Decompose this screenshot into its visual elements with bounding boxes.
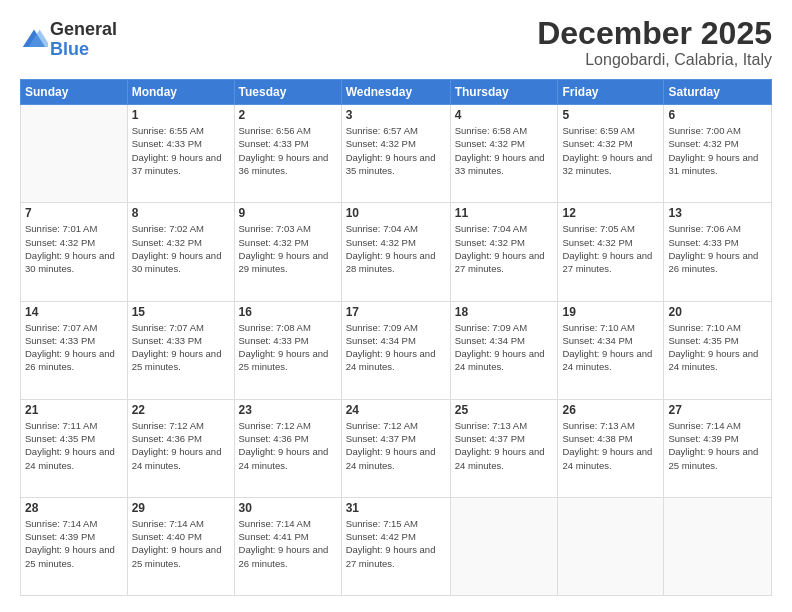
calendar-cell: 23Sunrise: 7:12 AMSunset: 4:36 PMDayligh…: [234, 399, 341, 497]
calendar-cell: 13Sunrise: 7:06 AMSunset: 4:33 PMDayligh…: [664, 203, 772, 301]
calendar-cell: 7Sunrise: 7:01 AMSunset: 4:32 PMDaylight…: [21, 203, 128, 301]
logo-blue-text: Blue: [50, 40, 117, 60]
header: General Blue December 2025 Longobardi, C…: [20, 16, 772, 69]
calendar-cell: 12Sunrise: 7:05 AMSunset: 4:32 PMDayligh…: [558, 203, 664, 301]
day-info: Sunrise: 7:14 AMSunset: 4:39 PMDaylight:…: [668, 419, 767, 472]
day-number: 25: [455, 403, 554, 417]
day-number: 28: [25, 501, 123, 515]
calendar-cell: 5Sunrise: 6:59 AMSunset: 4:32 PMDaylight…: [558, 105, 664, 203]
day-info: Sunrise: 7:14 AMSunset: 4:39 PMDaylight:…: [25, 517, 123, 570]
day-info: Sunrise: 7:11 AMSunset: 4:35 PMDaylight:…: [25, 419, 123, 472]
day-info: Sunrise: 7:13 AMSunset: 4:37 PMDaylight:…: [455, 419, 554, 472]
day-info: Sunrise: 7:12 AMSunset: 4:36 PMDaylight:…: [239, 419, 337, 472]
week-row-2: 7Sunrise: 7:01 AMSunset: 4:32 PMDaylight…: [21, 203, 772, 301]
day-number: 30: [239, 501, 337, 515]
day-info: Sunrise: 7:09 AMSunset: 4:34 PMDaylight:…: [455, 321, 554, 374]
calendar-cell: 1Sunrise: 6:55 AMSunset: 4:33 PMDaylight…: [127, 105, 234, 203]
calendar-cell: 15Sunrise: 7:07 AMSunset: 4:33 PMDayligh…: [127, 301, 234, 399]
day-number: 31: [346, 501, 446, 515]
calendar-cell: 3Sunrise: 6:57 AMSunset: 4:32 PMDaylight…: [341, 105, 450, 203]
day-number: 6: [668, 108, 767, 122]
day-info: Sunrise: 7:09 AMSunset: 4:34 PMDaylight:…: [346, 321, 446, 374]
calendar-cell: 20Sunrise: 7:10 AMSunset: 4:35 PMDayligh…: [664, 301, 772, 399]
week-row-5: 28Sunrise: 7:14 AMSunset: 4:39 PMDayligh…: [21, 497, 772, 595]
calendar-cell: 21Sunrise: 7:11 AMSunset: 4:35 PMDayligh…: [21, 399, 128, 497]
calendar-cell: [664, 497, 772, 595]
day-number: 29: [132, 501, 230, 515]
calendar-cell: 10Sunrise: 7:04 AMSunset: 4:32 PMDayligh…: [341, 203, 450, 301]
week-row-4: 21Sunrise: 7:11 AMSunset: 4:35 PMDayligh…: [21, 399, 772, 497]
page: General Blue December 2025 Longobardi, C…: [0, 0, 792, 612]
day-info: Sunrise: 7:00 AMSunset: 4:32 PMDaylight:…: [668, 124, 767, 177]
calendar-cell: 29Sunrise: 7:14 AMSunset: 4:40 PMDayligh…: [127, 497, 234, 595]
day-number: 2: [239, 108, 337, 122]
day-info: Sunrise: 7:12 AMSunset: 4:37 PMDaylight:…: [346, 419, 446, 472]
day-info: Sunrise: 7:03 AMSunset: 4:32 PMDaylight:…: [239, 222, 337, 275]
logo: General Blue: [20, 20, 117, 60]
calendar-cell: 11Sunrise: 7:04 AMSunset: 4:32 PMDayligh…: [450, 203, 558, 301]
logo-text: General Blue: [50, 20, 117, 60]
day-number: 24: [346, 403, 446, 417]
day-info: Sunrise: 7:01 AMSunset: 4:32 PMDaylight:…: [25, 222, 123, 275]
day-number: 21: [25, 403, 123, 417]
day-number: 13: [668, 206, 767, 220]
day-number: 17: [346, 305, 446, 319]
day-number: 26: [562, 403, 659, 417]
logo-icon: [20, 26, 48, 54]
calendar-cell: 18Sunrise: 7:09 AMSunset: 4:34 PMDayligh…: [450, 301, 558, 399]
calendar-cell: 4Sunrise: 6:58 AMSunset: 4:32 PMDaylight…: [450, 105, 558, 203]
day-number: 18: [455, 305, 554, 319]
calendar-cell: 16Sunrise: 7:08 AMSunset: 4:33 PMDayligh…: [234, 301, 341, 399]
day-info: Sunrise: 7:07 AMSunset: 4:33 PMDaylight:…: [25, 321, 123, 374]
day-number: 11: [455, 206, 554, 220]
day-info: Sunrise: 7:05 AMSunset: 4:32 PMDaylight:…: [562, 222, 659, 275]
calendar-cell: [558, 497, 664, 595]
day-info: Sunrise: 7:10 AMSunset: 4:35 PMDaylight:…: [668, 321, 767, 374]
calendar-table: SundayMondayTuesdayWednesdayThursdayFrid…: [20, 79, 772, 596]
day-number: 10: [346, 206, 446, 220]
day-number: 16: [239, 305, 337, 319]
day-info: Sunrise: 6:56 AMSunset: 4:33 PMDaylight:…: [239, 124, 337, 177]
weekday-header-tuesday: Tuesday: [234, 80, 341, 105]
weekday-header-saturday: Saturday: [664, 80, 772, 105]
day-info: Sunrise: 7:04 AMSunset: 4:32 PMDaylight:…: [455, 222, 554, 275]
weekday-header-friday: Friday: [558, 80, 664, 105]
calendar-cell: 24Sunrise: 7:12 AMSunset: 4:37 PMDayligh…: [341, 399, 450, 497]
day-number: 15: [132, 305, 230, 319]
day-info: Sunrise: 7:14 AMSunset: 4:41 PMDaylight:…: [239, 517, 337, 570]
calendar-cell: 27Sunrise: 7:14 AMSunset: 4:39 PMDayligh…: [664, 399, 772, 497]
day-number: 8: [132, 206, 230, 220]
week-row-3: 14Sunrise: 7:07 AMSunset: 4:33 PMDayligh…: [21, 301, 772, 399]
calendar-cell: 6Sunrise: 7:00 AMSunset: 4:32 PMDaylight…: [664, 105, 772, 203]
calendar-cell: 28Sunrise: 7:14 AMSunset: 4:39 PMDayligh…: [21, 497, 128, 595]
calendar-cell: 30Sunrise: 7:14 AMSunset: 4:41 PMDayligh…: [234, 497, 341, 595]
week-row-1: 1Sunrise: 6:55 AMSunset: 4:33 PMDaylight…: [21, 105, 772, 203]
day-info: Sunrise: 7:04 AMSunset: 4:32 PMDaylight:…: [346, 222, 446, 275]
calendar-cell: 8Sunrise: 7:02 AMSunset: 4:32 PMDaylight…: [127, 203, 234, 301]
calendar-cell: 25Sunrise: 7:13 AMSunset: 4:37 PMDayligh…: [450, 399, 558, 497]
calendar-cell: 2Sunrise: 6:56 AMSunset: 4:33 PMDaylight…: [234, 105, 341, 203]
day-number: 7: [25, 206, 123, 220]
day-number: 3: [346, 108, 446, 122]
day-info: Sunrise: 7:14 AMSunset: 4:40 PMDaylight:…: [132, 517, 230, 570]
day-info: Sunrise: 6:55 AMSunset: 4:33 PMDaylight:…: [132, 124, 230, 177]
month-title: December 2025: [537, 16, 772, 51]
calendar-cell: 14Sunrise: 7:07 AMSunset: 4:33 PMDayligh…: [21, 301, 128, 399]
day-number: 5: [562, 108, 659, 122]
weekday-header-monday: Monday: [127, 80, 234, 105]
calendar-cell: 26Sunrise: 7:13 AMSunset: 4:38 PMDayligh…: [558, 399, 664, 497]
day-number: 12: [562, 206, 659, 220]
calendar-cell: [21, 105, 128, 203]
day-number: 14: [25, 305, 123, 319]
weekday-header-wednesday: Wednesday: [341, 80, 450, 105]
day-number: 22: [132, 403, 230, 417]
calendar-cell: 9Sunrise: 7:03 AMSunset: 4:32 PMDaylight…: [234, 203, 341, 301]
day-info: Sunrise: 7:06 AMSunset: 4:33 PMDaylight:…: [668, 222, 767, 275]
day-info: Sunrise: 6:57 AMSunset: 4:32 PMDaylight:…: [346, 124, 446, 177]
calendar-cell: 19Sunrise: 7:10 AMSunset: 4:34 PMDayligh…: [558, 301, 664, 399]
day-number: 27: [668, 403, 767, 417]
day-info: Sunrise: 6:58 AMSunset: 4:32 PMDaylight:…: [455, 124, 554, 177]
calendar-cell: 31Sunrise: 7:15 AMSunset: 4:42 PMDayligh…: [341, 497, 450, 595]
calendar-cell: [450, 497, 558, 595]
day-info: Sunrise: 7:15 AMSunset: 4:42 PMDaylight:…: [346, 517, 446, 570]
